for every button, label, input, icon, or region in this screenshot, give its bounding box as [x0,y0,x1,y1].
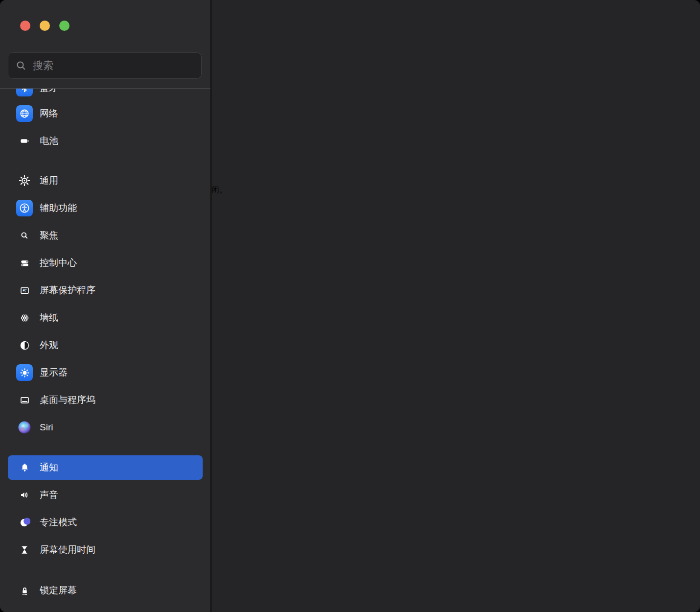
sidebar-item-label: 锁定屏幕 [40,584,77,597]
notifications-bell-icon [16,459,33,476]
sidebar-item-general[interactable]: 通用 [8,170,203,191]
search-input[interactable] [32,59,194,72]
sidebar-item-label: 网络 [40,107,58,120]
sidebar-divider [210,0,211,612]
lock-screen-icon [16,582,33,599]
sidebar-item-label: 外观 [40,339,58,352]
sidebar-item-battery[interactable]: 电池 [8,130,203,152]
focus-moon-icon [16,514,33,531]
screen-time-icon [16,541,33,558]
sidebar-item-desktop-dock[interactable]: 桌面与程序坞 [8,389,203,411]
sidebar-item-accessibility[interactable]: 辅助功能 [8,197,203,219]
sidebar-item-label: 聚焦 [40,229,58,242]
partial-app-icon [16,610,33,612]
sidebar-item-notifications[interactable]: 通知 [8,455,203,480]
sidebar-item-label: 显示器 [40,366,68,379]
search-box[interactable] [8,52,202,79]
sidebar: 蓝牙 网络 电池 通用 辅助功能 [0,0,210,612]
sidebar-item-label: 桌面与程序坞 [40,394,95,406]
desktop-dock-icon [16,392,33,408]
siri-icon [16,419,33,436]
displays-icon [16,364,33,381]
sidebar-item-label: 专注模式 [40,516,77,529]
sidebar-item-partial-bottom[interactable] [8,607,203,612]
sidebar-item-label: Siri [40,422,53,433]
sidebar-item-network[interactable]: 网络 [8,103,203,124]
close-button[interactable] [20,21,30,31]
sidebar-item-screensaver[interactable]: 屏幕保护程序 [8,280,203,301]
sidebar-item-label: 屏幕使用时间 [40,543,95,556]
control-center-icon [16,255,33,271]
system-settings-window: 蓝牙 网络 电池 通用 辅助功能 [0,0,700,612]
sound-icon [16,487,33,503]
sidebar-item-label: 控制中心 [40,257,77,269]
sidebar-item-control-center[interactable]: 控制中心 [8,252,203,274]
accessibility-icon [16,200,33,216]
sidebar-item-label: 屏幕保护程序 [40,284,95,297]
sidebar-item-label: 声音 [40,489,58,501]
spotlight-icon [16,227,33,244]
screensaver-icon [16,282,33,299]
sidebar-item-displays[interactable]: 显示器 [8,362,203,383]
sidebar-item-spotlight[interactable]: 聚焦 [8,225,203,246]
sidebar-item-wallpaper[interactable]: 墙纸 [8,307,203,329]
sidebar-item-screen-time[interactable]: 屏幕使用时间 [8,539,203,561]
sidebar-item-label: 通知 [40,461,58,474]
search-icon [15,60,27,71]
wallpaper-icon [16,309,33,326]
sidebar-item-label: 通用 [40,174,58,187]
zoom-button[interactable] [59,21,70,31]
sidebar-item-focus[interactable]: 专注模式 [8,512,203,533]
sidebar-item-label: 辅助功能 [40,202,77,214]
sidebar-item-label: 墙纸 [40,311,58,324]
gear-icon [16,172,33,189]
network-globe-icon [16,105,33,122]
sidebar-item-lock-screen[interactable]: 锁定屏幕 [8,580,203,601]
sidebar-item-appearance[interactable]: 外观 [8,334,203,356]
minimize-button[interactable] [40,21,50,31]
sidebar-header [0,0,210,89]
sidebar-item-siri[interactable]: Siri [8,417,203,438]
battery-icon [16,133,33,149]
sidebar-item-label: 电池 [40,135,58,147]
appearance-icon [16,337,33,353]
sidebar-item-sound[interactable]: 声音 [8,484,203,506]
